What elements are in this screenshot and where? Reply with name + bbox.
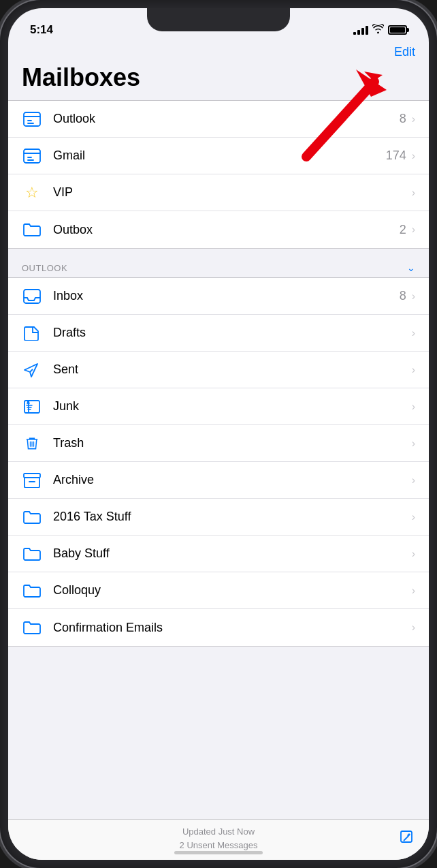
folder-item-archive[interactable]: Archive › — [8, 462, 429, 499]
bottom-status-line2: 2 Unsent Messages — [22, 839, 415, 852]
wifi-icon — [372, 24, 384, 36]
mailbox-item-vip[interactable]: ☆ VIP › — [8, 174, 429, 211]
archive-icon — [22, 470, 42, 491]
home-indicator — [174, 851, 263, 854]
mailbox-label-gmail: Gmail — [53, 149, 386, 163]
chevron-icon: › — [412, 548, 415, 560]
folder-item-inbox[interactable]: Inbox 8 › — [8, 278, 429, 315]
sent-icon — [22, 360, 42, 380]
svg-rect-5 — [24, 149, 40, 163]
section-header-label: OUTLOOK — [22, 263, 67, 273]
mailbox-item-gmail[interactable]: Gmail 174 › — [8, 138, 429, 174]
folder-item-sent[interactable]: Sent › — [8, 352, 429, 388]
folder-label-tax-stuff: 2016 Tax Stuff — [53, 510, 406, 524]
chevron-icon: › — [412, 364, 415, 376]
chevron-icon: › — [412, 621, 415, 634]
folder-label-colloquy: Colloquy — [53, 583, 406, 598]
section-gap — [8, 249, 429, 255]
folder-label-sent: Sent — [53, 362, 406, 377]
status-icons — [353, 24, 407, 36]
folder-item-trash[interactable]: Trash › — [8, 425, 429, 462]
inbox-icon-inbox — [22, 286, 42, 307]
page-title: Mailboxes — [8, 62, 429, 100]
chevron-icon: › — [412, 290, 415, 303]
folder-count-inbox: 8 — [400, 289, 406, 303]
folder-item-baby-stuff[interactable]: Baby Stuff › — [8, 536, 429, 572]
chevron-icon: › — [412, 401, 415, 413]
chevron-icon: › — [412, 437, 415, 450]
mailbox-label-outbox: Outbox — [53, 223, 400, 237]
svg-rect-7 — [25, 401, 39, 413]
outlook-folder-list: Inbox 8 › Drafts › — [8, 277, 429, 647]
outlook-section-header[interactable]: OUTLOOK ⌄ — [8, 255, 429, 277]
inbox-icon-gmail — [22, 146, 42, 166]
mailbox-label-outlook: Outlook — [53, 112, 400, 126]
inbox-icon — [22, 109, 42, 129]
chevron-icon: › — [412, 223, 415, 236]
trash-icon — [22, 433, 42, 454]
mailboxes-list: Outlook 8 › Gmail 174 › — [8, 100, 429, 249]
battery-icon — [388, 25, 407, 35]
status-time: 5:14 — [30, 23, 53, 37]
junk-icon — [22, 397, 42, 417]
chevron-icon: › — [412, 327, 415, 339]
chevron-icon: › — [412, 511, 415, 523]
folder-item-tax-stuff[interactable]: 2016 Tax Stuff › — [8, 499, 429, 536]
folder-item-drafts[interactable]: Drafts › — [8, 315, 429, 352]
chevron-icon: › — [412, 585, 415, 597]
section-collapse-icon: ⌄ — [407, 262, 415, 273]
nav-bar: Edit — [8, 42, 429, 62]
folder-label-trash: Trash — [53, 436, 406, 450]
folder-label-drafts: Drafts — [53, 326, 406, 340]
mailbox-item-outlook[interactable]: Outlook 8 › — [8, 101, 429, 138]
folder-label-baby-stuff: Baby Stuff — [53, 546, 406, 561]
bottom-status-line1: Updated Just Now — [22, 825, 415, 839]
chevron-icon: › — [412, 113, 415, 125]
svg-rect-8 — [24, 474, 40, 478]
bottom-status: Updated Just Now 2 Unsent Messages — [22, 825, 415, 852]
folder-label-archive: Archive — [53, 473, 406, 487]
phone-frame: 5:14 Edit — [0, 0, 437, 868]
folder-icon-colloquy — [22, 580, 42, 601]
folder-item-junk[interactable]: Junk › — [8, 388, 429, 425]
folder-label-junk: Junk — [53, 399, 406, 414]
svg-rect-9 — [401, 831, 412, 842]
notch — [147, 8, 290, 31]
svg-rect-4 — [24, 112, 40, 126]
draft-icon — [22, 323, 42, 343]
mailbox-count-outlook: 8 — [400, 112, 406, 126]
chevron-icon: › — [412, 150, 415, 162]
svg-rect-6 — [24, 290, 40, 303]
edit-button[interactable]: Edit — [394, 45, 415, 59]
folder-label-inbox: Inbox — [53, 289, 400, 303]
chevron-icon: › — [412, 187, 415, 199]
folder-icon-baby — [22, 544, 42, 564]
mailbox-count-outbox: 2 — [400, 223, 406, 237]
folder-icon-tax — [22, 507, 42, 527]
folder-icon-outbox — [22, 219, 42, 240]
compose-button[interactable] — [399, 829, 415, 848]
chevron-icon: › — [412, 474, 415, 486]
folder-icon-confirmation — [22, 617, 42, 638]
mailbox-label-vip: VIP — [53, 185, 406, 200]
signal-icon — [353, 25, 368, 35]
battery-fill — [390, 27, 405, 33]
folder-item-colloquy[interactable]: Colloquy › — [8, 572, 429, 609]
mailbox-item-outbox[interactable]: Outbox 2 › — [8, 211, 429, 248]
phone-screen: 5:14 Edit — [8, 8, 429, 860]
mailbox-count-gmail: 174 — [386, 149, 406, 163]
folder-label-confirmation: Confirmation Emails — [53, 621, 406, 635]
star-icon: ☆ — [22, 183, 42, 203]
folder-item-confirmation-emails[interactable]: Confirmation Emails › — [8, 609, 429, 646]
